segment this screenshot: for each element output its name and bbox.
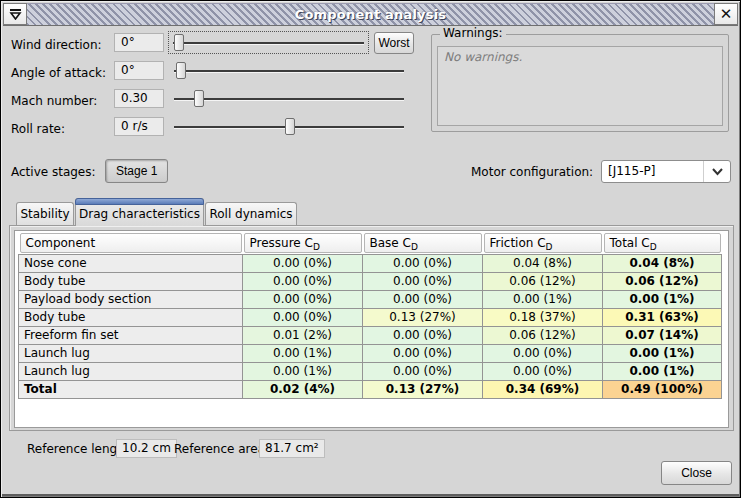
motor-configuration-value: [J115-P]	[602, 161, 703, 182]
stage-1-toggle[interactable]: Stage 1	[105, 159, 168, 183]
slider-thumb[interactable]	[176, 62, 186, 79]
worst-button[interactable]: Worst	[374, 32, 414, 54]
value-cell: 0.00 (0%)	[363, 326, 483, 344]
drag-characteristics-panel: ComponentPressure CDBase CDFriction CDTo…	[9, 225, 734, 431]
table-row: Total0.02 (4%)0.13 (27%)0.34 (69%)0.49 (…	[19, 380, 722, 398]
roll-rate-label: Roll rate:	[11, 122, 65, 136]
warnings-title: Warnings:	[440, 26, 506, 40]
value-cell: 0.00 (0%)	[483, 344, 603, 362]
warnings-list: No warnings.	[437, 46, 723, 126]
component-cell: Body tube	[19, 308, 243, 326]
slider-thumb[interactable]	[194, 90, 204, 107]
mach-number-label: Mach number:	[11, 94, 97, 108]
value-cell: 0.00 (0%)	[363, 272, 483, 290]
reference-area-value: 81.7 cm²	[259, 439, 325, 458]
angle-of-attack-label: Angle of attack:	[11, 66, 106, 80]
slider-thumb[interactable]	[174, 34, 184, 51]
value-cell: 0.31 (63%)	[603, 308, 722, 326]
table-row: Launch lug0.00 (1%)0.00 (0%)0.00 (0%)0.0…	[19, 344, 722, 362]
value-cell: 0.34 (69%)	[483, 380, 603, 398]
motor-configuration-label: Motor configuration:	[471, 165, 593, 179]
slider-track	[174, 70, 404, 72]
slider-track	[173, 42, 364, 44]
wind-direction-field[interactable]: 0°	[114, 33, 164, 52]
component-analysis-dialog: Component analysis ✕ Wind direction: 0° …	[0, 0, 741, 498]
wind-direction-slider[interactable]	[168, 31, 369, 54]
window-menu-icon	[9, 8, 22, 20]
mach-number-field[interactable]: 0.30	[114, 89, 164, 108]
mach-number-slider[interactable]	[169, 87, 409, 110]
angle-of-attack-field[interactable]: 0°	[114, 61, 164, 80]
slider-thumb[interactable]	[285, 118, 295, 135]
component-cell: Total	[19, 380, 243, 398]
drag-table: ComponentPressure CDBase CDFriction CDTo…	[18, 232, 722, 399]
value-cell: 0.00 (0%)	[363, 290, 483, 308]
value-cell: 0.13 (27%)	[363, 308, 483, 326]
table-row: Body tube0.00 (0%)0.13 (27%)0.18 (37%)0.…	[19, 308, 722, 326]
value-cell: 0.00 (0%)	[363, 344, 483, 362]
component-cell: Freeform fin set	[19, 326, 243, 344]
value-cell: 0.00 (1%)	[603, 362, 722, 380]
component-cell: Body tube	[19, 272, 243, 290]
title-bar: Component analysis ✕	[3, 3, 738, 26]
angle-of-attack-slider[interactable]	[169, 59, 409, 82]
value-cell: 0.06 (12%)	[603, 272, 722, 290]
roll-rate-field[interactable]: 0 r/s	[114, 117, 164, 136]
value-cell: 0.00 (1%)	[243, 344, 363, 362]
value-cell: 0.04 (8%)	[603, 254, 722, 272]
value-cell: 0.00 (1%)	[603, 290, 722, 308]
value-cell: 0.13 (27%)	[363, 380, 483, 398]
column-header: Pressure CD	[244, 233, 362, 253]
component-cell: Nose cone	[19, 254, 243, 272]
tab-roll-dynamics[interactable]: Roll dynamics	[205, 202, 297, 226]
reference-length-value: 10.2 cm	[116, 439, 177, 458]
window-title-area: Component analysis	[27, 3, 714, 25]
chevron-down-icon	[703, 161, 730, 182]
value-cell: 0.00 (0%)	[363, 362, 483, 380]
value-cell: 0.06 (12%)	[483, 272, 603, 290]
value-cell: 0.06 (12%)	[483, 326, 603, 344]
value-cell: 0.00 (1%)	[483, 290, 603, 308]
component-cell: Payload body section	[19, 290, 243, 308]
column-header: Friction CD	[484, 233, 602, 253]
column-header: Component	[20, 233, 242, 253]
table-row: Freeform fin set0.01 (2%)0.00 (0%)0.06 (…	[19, 326, 722, 344]
value-cell: 0.18 (37%)	[483, 308, 603, 326]
reference-area-label: Reference area:	[174, 442, 269, 456]
no-warnings-text: No warnings.	[444, 50, 522, 64]
value-cell: 0.01 (2%)	[243, 326, 363, 344]
value-cell: 0.00 (0%)	[363, 254, 483, 272]
value-cell: 0.04 (8%)	[483, 254, 603, 272]
table-row: Launch lug0.00 (1%)0.00 (0%)0.00 (0%)0.0…	[19, 362, 722, 380]
column-header: Total CD	[604, 233, 721, 253]
close-icon: ✕	[720, 7, 733, 22]
value-cell: 0.00 (1%)	[243, 362, 363, 380]
table-row: Payload body section0.00 (0%)0.00 (0%)0.…	[19, 290, 722, 308]
value-cell: 0.00 (0%)	[483, 362, 603, 380]
value-cell: 0.02 (4%)	[243, 380, 363, 398]
wind-direction-label: Wind direction:	[11, 38, 102, 52]
window-title: Component analysis	[295, 7, 447, 22]
window-close-button[interactable]: ✕	[714, 3, 738, 25]
value-cell: 0.00 (0%)	[243, 272, 363, 290]
table-row: Body tube0.00 (0%)0.00 (0%)0.06 (12%)0.0…	[19, 272, 722, 290]
table-row: Nose cone0.00 (0%)0.00 (0%)0.04 (8%)0.04…	[19, 254, 722, 272]
value-cell: 0.00 (1%)	[603, 344, 722, 362]
active-stages-label: Active stages:	[11, 165, 96, 179]
value-cell: 0.07 (14%)	[603, 326, 722, 344]
drag-table-scrollpane[interactable]: ComponentPressure CDBase CDFriction CDTo…	[14, 230, 729, 428]
motor-configuration-select[interactable]: [J115-P]	[601, 160, 731, 183]
column-header: Base CD	[364, 233, 482, 253]
value-cell: 0.00 (0%)	[243, 254, 363, 272]
close-button[interactable]: Close	[661, 461, 732, 485]
tab-stability[interactable]: Stability	[16, 202, 74, 226]
slider-track	[174, 98, 404, 100]
roll-rate-slider[interactable]	[169, 115, 409, 138]
warnings-group: Warnings: No warnings.	[431, 34, 729, 132]
tab-drag-characteristics[interactable]: Drag characteristics	[75, 198, 204, 226]
component-cell: Launch lug	[19, 344, 243, 362]
window-menu-button[interactable]	[3, 3, 27, 25]
value-cell: 0.00 (0%)	[243, 308, 363, 326]
value-cell: 0.49 (100%)	[603, 380, 722, 398]
value-cell: 0.00 (0%)	[243, 290, 363, 308]
